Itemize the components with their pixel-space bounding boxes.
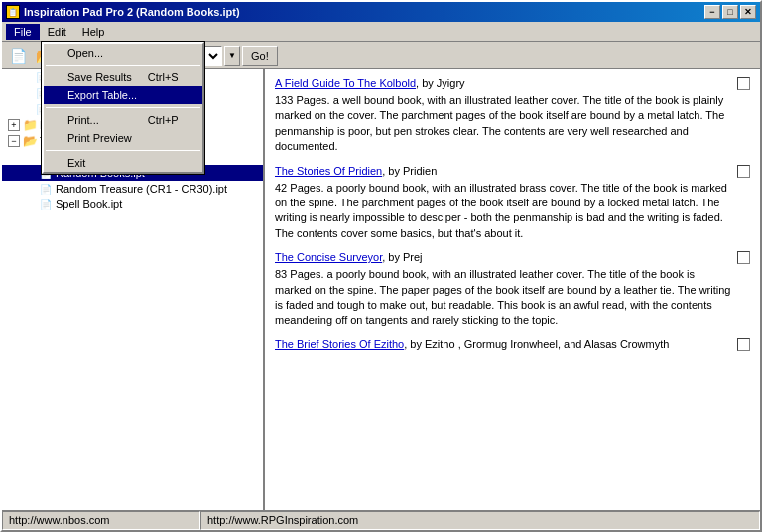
file-icon: 📄 xyxy=(38,197,54,212)
minimize-button[interactable]: − xyxy=(704,5,720,19)
menu-edit[interactable]: Edit xyxy=(40,24,74,40)
separator-1 xyxy=(46,65,200,66)
menu-file[interactable]: File xyxy=(6,24,40,40)
tree-item-spell-book[interactable]: 📄 Spell Book.ipt xyxy=(2,197,263,212)
book-2-title[interactable]: The Stories Of Pridien xyxy=(275,165,382,177)
book-3-byline: , by Prej xyxy=(382,251,422,263)
book-4-byline: , by Ezitho , Grormug Ironwheel, and Ala… xyxy=(404,338,669,350)
main-window: 📋 Inspiration Pad Pro 2 (Random Books.ip… xyxy=(0,0,762,532)
book-entry-1: A Field Guide To The Kolbold, by Jyigry … xyxy=(275,77,750,155)
book-entry-3: The Concise Surveyor, by Prej 83 Pages. … xyxy=(275,251,750,329)
maximize-button[interactable]: □ xyxy=(722,5,738,19)
book-1-title-line: A Field Guide To The Kolbold, by Jyigry xyxy=(275,77,731,89)
book-2-checkbox[interactable] xyxy=(737,165,750,178)
app-icon: 📋 xyxy=(6,5,20,19)
toolbar-new-button[interactable]: 📄 xyxy=(6,45,30,66)
file-icon: 📄 xyxy=(38,181,54,197)
menu-print-preview[interactable]: Print Preview xyxy=(44,129,202,147)
separator-2 xyxy=(46,107,200,108)
separator-3 xyxy=(46,150,200,151)
book-4-title[interactable]: The Brief Stories Of Ezitho xyxy=(275,338,404,350)
book-4-checkbox[interactable] xyxy=(737,338,750,351)
go-button[interactable]: Go! xyxy=(242,46,278,66)
book-1-title[interactable]: A Field Guide To The Kolbold xyxy=(275,77,416,89)
expand-names[interactable]: + xyxy=(8,119,20,131)
status-right: http://www.RPGInspiration.com xyxy=(200,511,760,530)
file-dropdown-menu: Open... Save Results Ctrl+S Export Table… xyxy=(42,42,204,174)
title-bar: 📋 Inspiration Pad Pro 2 (Random Books.ip… xyxy=(2,2,760,22)
dropdown-arrow[interactable]: ▼ xyxy=(224,46,240,66)
book-1-byline: , by Jyigry xyxy=(416,77,465,89)
book-3-desc: 83 Pages. a poorly bound book, with an i… xyxy=(275,267,731,329)
menu-export-table[interactable]: Export Table... xyxy=(44,86,202,104)
status-bar: http://www.nbos.com http://www.RPGInspir… xyxy=(2,510,760,530)
book-3-checkbox[interactable] xyxy=(737,251,750,264)
book-1-checkbox[interactable] xyxy=(737,77,750,90)
menu-exit[interactable]: Exit xyxy=(44,154,202,172)
expand-treasure[interactable]: − xyxy=(8,135,20,147)
book-2-desc: 42 Pages. a poorly bound book, with an i… xyxy=(275,181,731,242)
menu-open[interactable]: Open... xyxy=(44,44,202,62)
title-bar-buttons: − □ ✕ xyxy=(704,5,756,19)
book-3-title-line: The Concise Surveyor, by Prej xyxy=(275,251,731,263)
content-panel[interactable]: A Field Guide To The Kolbold, by Jyigry … xyxy=(265,69,760,510)
menu-print[interactable]: Print... Ctrl+P xyxy=(44,111,202,129)
book-1-desc: 133 Pages. a well bound book, with an il… xyxy=(275,93,731,155)
status-left: http://www.nbos.com xyxy=(2,511,200,530)
menu-save-results[interactable]: Save Results Ctrl+S xyxy=(44,68,202,86)
tree-item-random-treasure[interactable]: 📄 Random Treasure (CR1 - CR30).ipt xyxy=(2,181,263,197)
folder-icon: 📁 xyxy=(22,117,38,133)
menu-bar: File Edit Help Open... Save Results Ctrl… xyxy=(2,22,760,42)
window-title: Inspiration Pad Pro 2 (Random Books.ipt) xyxy=(24,6,240,18)
menu-help[interactable]: Help xyxy=(74,24,113,40)
book-entry-2: The Stories Of Pridien, by Pridien 42 Pa… xyxy=(275,165,750,242)
book-2-byline: , by Pridien xyxy=(382,165,437,177)
book-3-title[interactable]: The Concise Surveyor xyxy=(275,251,382,263)
book-4-title-line: The Brief Stories Of Ezitho, by Ezitho ,… xyxy=(275,338,731,350)
title-bar-left: 📋 Inspiration Pad Pro 2 (Random Books.ip… xyxy=(6,5,240,19)
folder-icon-open: 📂 xyxy=(22,133,38,149)
book-2-title-line: The Stories Of Pridien, by Pridien xyxy=(275,165,731,177)
close-button[interactable]: ✕ xyxy=(740,5,756,19)
book-entry-4: The Brief Stories Of Ezitho, by Ezitho ,… xyxy=(275,338,750,351)
